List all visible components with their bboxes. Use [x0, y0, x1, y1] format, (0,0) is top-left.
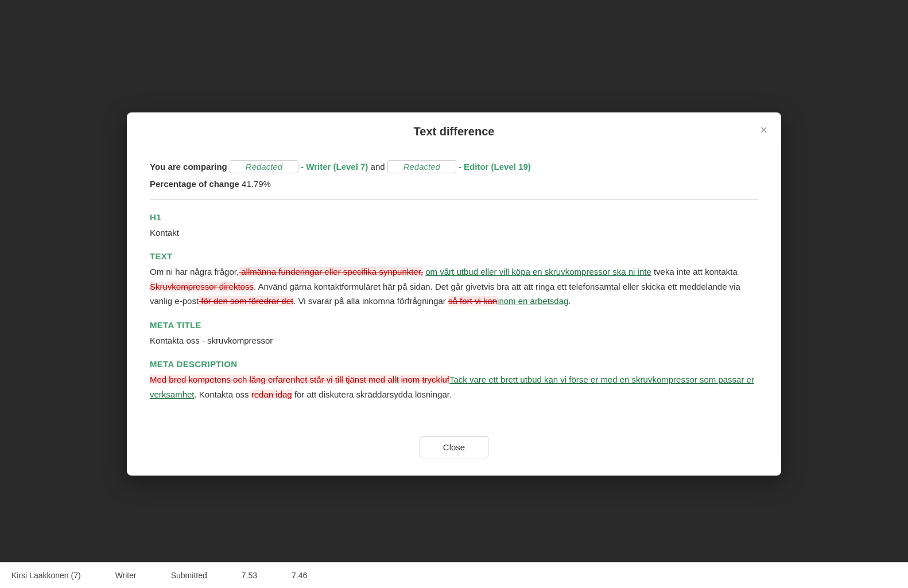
modal-dialog: Text difference × You are comparing Reda…: [127, 112, 781, 476]
editor-label: - Editor (Level 19): [459, 162, 531, 172]
meta-title-content: Kontakta oss - skruvkompressor: [150, 333, 758, 348]
modal-footer: Close: [127, 430, 781, 476]
bottom-bar: Kirsi Laakkonen (7) Writer Submitted 7.5…: [0, 562, 908, 588]
pct-value: 41.79%: [242, 179, 271, 189]
meta-desc-content: Med bred kompetens och lång erfarenhet s…: [150, 372, 758, 402]
modal-close-button[interactable]: ×: [760, 124, 767, 137]
text-label: TEXT: [150, 251, 758, 261]
comparing-line: You are comparing Redacted - Writer (Lev…: [150, 160, 758, 173]
inserted-text-1: om vårt utbud eller vill köpa en skruvko…: [425, 267, 651, 277]
deleted-desc-2: redan idag: [251, 390, 292, 399]
h1-label: H1: [150, 212, 758, 222]
redacted-box-2: Redacted: [387, 160, 456, 173]
deleted-text-4: så fort vi kan: [448, 296, 497, 306]
deleted-text-3: för den som föredrar det: [199, 296, 293, 306]
deleted-text-2: Skruvkompressor direktoss: [150, 282, 254, 291]
inserted-text-2: inom en arbetsdag: [497, 296, 568, 306]
bottom-val1: 7.53: [242, 571, 257, 580]
deleted-desc-1: Med bred kompetens och lång erfarenhet s…: [150, 375, 449, 384]
bottom-status: Submitted: [171, 571, 207, 580]
modal-title: Text difference: [414, 125, 495, 138]
bottom-name: Kirsi Laakkonen (7): [11, 571, 81, 580]
divider: [150, 199, 758, 200]
pct-line: Percentage of change 41.79%: [150, 179, 758, 189]
deleted-text-1: allmänna funderingar eller specifika syn…: [239, 267, 423, 277]
modal-body: You are comparing Redacted - Writer (Lev…: [127, 149, 781, 431]
redacted-box-1: Redacted: [230, 160, 298, 173]
bottom-val2: 7.46: [292, 571, 307, 580]
close-button[interactable]: Close: [420, 436, 488, 458]
writer-label: - Writer (Level 7): [301, 162, 368, 172]
modal-header: Text difference ×: [127, 112, 781, 149]
meta-title-label: META TITLE: [150, 320, 758, 330]
bottom-role: Writer: [115, 571, 137, 580]
text-content: Om ni har några frågor, allmänna funderi…: [150, 264, 758, 309]
meta-desc-label: META DESCRIPTION: [150, 359, 758, 369]
h1-content: Kontakt: [150, 225, 758, 240]
